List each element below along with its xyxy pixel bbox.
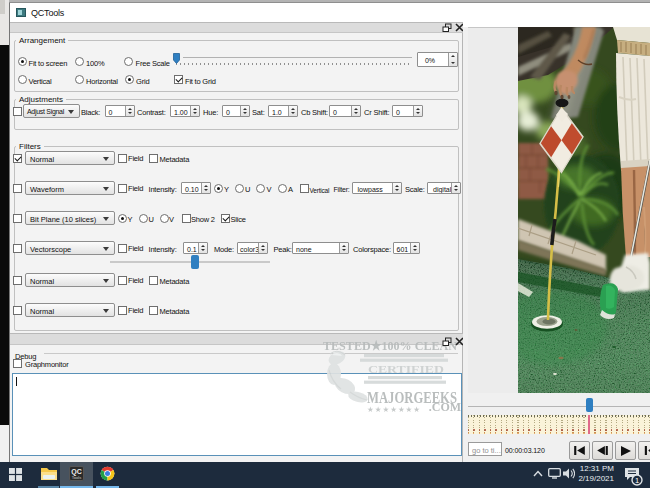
svg-text:CERTIFIED: CERTIFIED [368,363,444,375]
svg-text:.COM: .COM [429,400,461,414]
svg-text:★★★★★★★: ★★★★★★★ [367,405,421,414]
svg-text:1: 1 [635,476,639,485]
svg-text:TESTED★100% CLEAN: TESTED★100% CLEAN [323,338,458,353]
